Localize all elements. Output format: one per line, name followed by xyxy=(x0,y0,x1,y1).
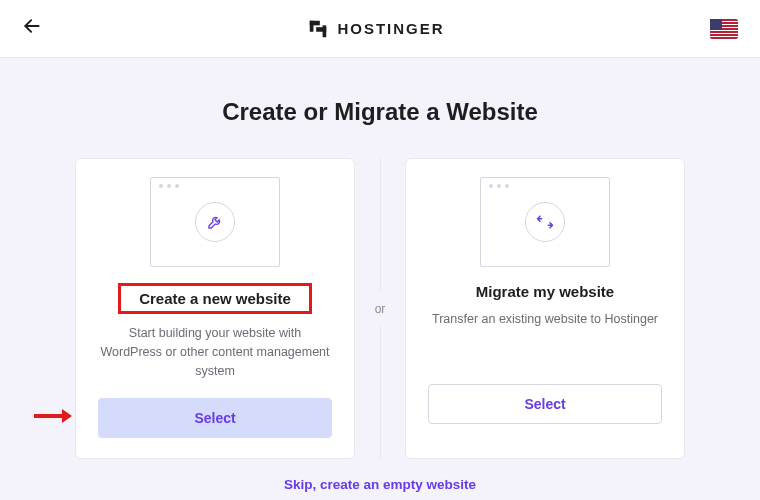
hostinger-logo-icon xyxy=(307,18,329,40)
main-content: Create or Migrate a Website Create a new… xyxy=(0,58,760,493)
migrate-illustration xyxy=(480,177,610,267)
annotation-arrow-icon xyxy=(32,406,72,430)
option-cards: Create a new website Start building your… xyxy=(0,158,760,459)
transfer-icon xyxy=(525,202,565,242)
create-illustration xyxy=(150,177,280,267)
card-migrate-title: Migrate my website xyxy=(476,283,614,300)
separator-text: or xyxy=(375,292,386,326)
top-bar: HOSTINGER xyxy=(0,0,760,58)
select-migrate-button[interactable]: Select xyxy=(428,384,662,424)
select-create-button[interactable]: Select xyxy=(98,398,332,438)
card-migrate-desc: Transfer an existing website to Hostinge… xyxy=(432,310,658,366)
card-create-website: Create a new website Start building your… xyxy=(75,158,355,459)
separator: or xyxy=(355,158,405,459)
language-flag-us[interactable] xyxy=(710,19,738,39)
skip-link[interactable]: Skip, create an empty website xyxy=(284,477,476,492)
page-title: Create or Migrate a Website xyxy=(0,98,760,126)
card-migrate-website: Migrate my website Transfer an existing … xyxy=(405,158,685,459)
back-button[interactable] xyxy=(22,16,42,42)
arrow-left-icon xyxy=(22,16,42,36)
card-create-title: Create a new website xyxy=(139,290,291,307)
wrench-icon xyxy=(195,202,235,242)
brand-text: HOSTINGER xyxy=(337,20,444,37)
annotation-highlight: Create a new website xyxy=(118,283,312,314)
brand-logo: HOSTINGER xyxy=(307,18,444,40)
card-create-title-wrap: Create a new website xyxy=(118,283,312,314)
card-create-desc: Start building your website with WordPre… xyxy=(98,324,332,380)
svg-marker-2 xyxy=(62,409,72,423)
